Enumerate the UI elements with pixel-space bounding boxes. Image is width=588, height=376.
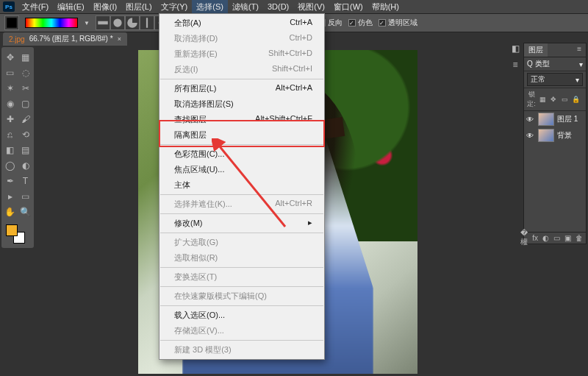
lock-artboard-icon[interactable]: ▭: [560, 96, 569, 103]
menu-window[interactable]: 窗口(W): [329, 0, 368, 14]
lasso-tool[interactable]: ◌: [18, 65, 32, 79]
mask-icon[interactable]: ◐: [542, 234, 549, 242]
artboard-tool[interactable]: ▦: [18, 50, 32, 64]
gradient-tool[interactable]: ▤: [18, 143, 32, 157]
new-group-icon[interactable]: ▭: [553, 234, 560, 242]
rectangle-tool[interactable]: ▭: [18, 189, 32, 203]
menu-item-label: 查找图层: [174, 114, 207, 125]
lock-all-icon[interactable]: 🔒: [571, 96, 580, 103]
layer-name[interactable]: 图层 1: [557, 114, 584, 124]
layer-row[interactable]: 👁 图层 1: [524, 111, 586, 127]
menu-item[interactable]: 全部(A)Ctrl+A: [159, 15, 324, 31]
brush-tool[interactable]: 🖌: [18, 112, 32, 126]
menu-item[interactable]: 主体: [159, 177, 324, 193]
right-panel-column: 图层 ≡ Q 类型 ▾ 正常▾ 锁定: ▦ ✥ ▭ 🔒 👁 图层 1 👁: [523, 43, 587, 244]
move-tool[interactable]: ✥: [3, 50, 17, 64]
trash-icon[interactable]: 🗑: [576, 234, 583, 242]
menu-edit[interactable]: 编辑(E): [53, 0, 89, 14]
chevron-down-icon[interactable]: ▾: [579, 60, 583, 68]
dither-checkbox[interactable]: 仿色: [348, 18, 373, 28]
pen-tool[interactable]: ✒: [3, 174, 17, 188]
menu-item[interactable]: 修改(M): [159, 216, 324, 231]
lock-row: 锁定: ▦ ✥ ▭ 🔒: [524, 88, 586, 111]
reflected-gradient-icon[interactable]: [140, 15, 154, 30]
eraser-tool[interactable]: ◧: [3, 143, 17, 157]
marquee-tool[interactable]: ▭: [3, 65, 17, 79]
lock-pixels-icon[interactable]: ▦: [538, 96, 547, 103]
close-icon[interactable]: ×: [118, 35, 121, 43]
stamp-tool[interactable]: ⎌: [3, 127, 17, 141]
svg-rect-0: [7, 18, 17, 28]
menu-separator: [160, 340, 323, 341]
menu-item-shortcut: Shift+Ctrl+I: [272, 64, 312, 75]
svg-rect-1: [98, 21, 108, 25]
menu-item-label: 修改(M): [174, 218, 203, 229]
wand-tool[interactable]: ✶: [3, 81, 17, 95]
chevron-down-icon: ▾: [576, 76, 579, 84]
menu-item[interactable]: 焦点区域(U)...: [159, 162, 324, 177]
menu-item-label: 全部(A): [174, 18, 201, 29]
history-brush-tool[interactable]: ⟲: [18, 127, 32, 141]
menu-item[interactable]: 查找图层Alt+Shift+Ctrl+F: [159, 112, 324, 127]
menu-item-shortcut: Alt+Shift+Ctrl+F: [255, 114, 312, 125]
menu-item[interactable]: 载入选区(O)...: [159, 308, 324, 323]
path-select-tool[interactable]: ▸: [3, 189, 17, 203]
menu-item[interactable]: 所有图层(L)Alt+Ctrl+A: [159, 81, 324, 96]
layer-row[interactable]: 👁 背景: [524, 127, 586, 143]
menu-item-label: 所有图层(L): [174, 83, 216, 94]
menu-help[interactable]: 帮助(H): [368, 0, 404, 14]
menu-image[interactable]: 图像(I): [89, 0, 121, 14]
lock-position-icon[interactable]: ✥: [549, 96, 558, 103]
foreground-color[interactable]: [6, 224, 18, 236]
fx-icon[interactable]: fx: [532, 234, 538, 242]
properties-panel-icon[interactable]: ≡: [509, 59, 521, 71]
menu-view[interactable]: 视图(V): [293, 0, 329, 14]
svg-point-2: [113, 18, 121, 26]
type-tool[interactable]: T: [18, 174, 32, 188]
menu-item: 变换选区(T): [159, 269, 324, 285]
menu-item[interactable]: 取消选择图层(S): [159, 96, 324, 112]
layer-thumbnail[interactable]: [538, 129, 554, 142]
visibility-icon[interactable]: 👁: [526, 116, 535, 124]
blur-tool[interactable]: ◯: [3, 158, 17, 172]
angle-gradient-icon[interactable]: [125, 15, 140, 30]
chevron-down-icon[interactable]: ▼: [84, 20, 90, 26]
menu-layer[interactable]: 图层(L): [121, 0, 156, 14]
linear-gradient-icon[interactable]: [96, 15, 110, 30]
panel-menu-icon[interactable]: ≡: [573, 43, 586, 57]
zoom-tool[interactable]: 🔍: [18, 205, 32, 219]
menu-item[interactable]: 隔离图层: [159, 127, 324, 143]
menu-item: 反选(I)Shift+Ctrl+I: [159, 62, 324, 77]
menu-select[interactable]: 选择(S): [192, 0, 228, 14]
link-layers-icon[interactable]: �權: [520, 229, 528, 247]
hand-tool[interactable]: ✋: [3, 205, 17, 219]
history-panel-icon[interactable]: ◧: [509, 43, 521, 54]
layer-thumbnail[interactable]: [538, 113, 554, 126]
menu-3d[interactable]: 3D(D): [263, 1, 293, 13]
menu-filter[interactable]: 滤镜(T): [228, 0, 263, 14]
eyedropper-tool[interactable]: ◉: [3, 96, 17, 110]
healing-tool[interactable]: ✚: [3, 112, 17, 126]
visibility-icon[interactable]: 👁: [526, 132, 535, 140]
tool-preset-icon[interactable]: [4, 15, 19, 30]
layers-panel-tab[interactable]: 图层: [524, 43, 548, 57]
menu-item-shortcut: Alt+Ctrl+R: [275, 199, 312, 210]
transparency-checkbox[interactable]: 透明区域: [379, 18, 417, 28]
menu-item: 选择并遮住(K)...Alt+Ctrl+R: [159, 196, 324, 212]
fg-bg-color-swatch[interactable]: [3, 223, 32, 245]
frame-tool[interactable]: ▢: [18, 96, 32, 110]
layer-name[interactable]: 背景: [557, 130, 584, 141]
menu-separator: [160, 79, 323, 79]
menu-item[interactable]: 色彩范围(C)...: [159, 146, 324, 162]
menu-item: 取消选择(D)Ctrl+D: [159, 31, 324, 46]
menu-file[interactable]: 文件(F): [18, 0, 53, 14]
document-tab[interactable]: 2.jpg 66.7% (图层 1, RGB/8#) * ×: [3, 32, 127, 46]
radial-gradient-icon[interactable]: [110, 15, 125, 30]
blend-mode-select[interactable]: 正常▾: [527, 73, 583, 86]
dodge-tool[interactable]: ◐: [18, 158, 32, 172]
filter-kind-label: Q 类型: [527, 59, 550, 69]
new-layer-icon[interactable]: ▣: [564, 234, 571, 242]
gradient-swatch[interactable]: [25, 18, 78, 28]
crop-tool[interactable]: ✂: [18, 81, 32, 95]
menu-type[interactable]: 文字(Y): [157, 0, 193, 14]
